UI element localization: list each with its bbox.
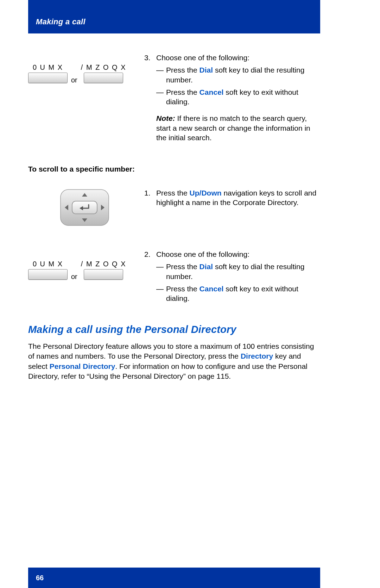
softkey-right-button-icon: [84, 73, 123, 83]
step-1-text: 1. Press the Up/Down navigation keys to …: [144, 188, 320, 229]
step-lead: Choose one of the following:: [156, 249, 317, 259]
sub-item: Press the Cancel soft key to exit withou…: [166, 284, 317, 303]
cancel-term: Cancel: [200, 88, 224, 96]
dial-term: Dial: [200, 262, 213, 271]
softkey-left-button-icon: [28, 73, 68, 83]
page: Making a call 0 U M X or / M Z O Q X: [0, 0, 380, 588]
sub-item: Press the Dial soft key to dial the resu…: [166, 65, 317, 85]
softkey-or: or: [70, 75, 79, 85]
step-number: 3.: [144, 53, 156, 142]
content-area: 0 U M X or / M Z O Q X 3. Choose one of …: [28, 44, 320, 382]
sub-item: Press the Cancel soft key to exit withou…: [166, 87, 317, 107]
directory-term: Directory: [241, 352, 273, 360]
softkey-left: 0 U M X: [28, 259, 68, 282]
header-bar: Making a call: [28, 0, 320, 33]
footer-bar: 66: [28, 568, 320, 588]
softkey-right-label: / M Z O Q X: [81, 63, 126, 72]
text: Press the: [166, 285, 200, 293]
text: Press the: [166, 66, 200, 74]
step-number: 2.: [144, 249, 156, 303]
svg-rect-1: [72, 201, 97, 214]
note-body: If there is no match to the search query…: [156, 114, 310, 142]
page-number: 66: [36, 573, 44, 582]
softkeys-illustration: 0 U M X or / M Z O Q X: [28, 249, 144, 307]
personal-directory-term: Personal Directory: [50, 362, 115, 370]
dash: —: [156, 284, 166, 303]
up-term: Up: [190, 189, 200, 197]
navpad-icon: [59, 188, 110, 229]
softkey-left-label: 0 U M X: [28, 259, 68, 268]
softkey-left-button-icon: [28, 269, 68, 280]
page-header-title: Making a call: [36, 17, 86, 27]
step-3-row: 0 U M X or / M Z O Q X 3. Choose one of …: [28, 53, 320, 147]
dial-term: Dial: [200, 66, 213, 74]
step-2-row: 0 U M X or / M Z O Q X 2. Choose one of …: [28, 249, 320, 307]
text: Press the: [166, 88, 200, 96]
softkey-right: / M Z O Q X: [81, 63, 126, 85]
softkey-right-button-icon: [84, 269, 123, 280]
softkey-right: / M Z O Q X: [81, 259, 126, 282]
heading-personal-directory: Making a call using the Personal Directo…: [28, 323, 320, 336]
dash: —: [156, 87, 166, 107]
softkey-left-label: 0 U M X: [28, 63, 68, 72]
cancel-term: Cancel: [200, 285, 224, 293]
softkey-left: 0 U M X: [28, 63, 68, 85]
text: Press the: [156, 189, 190, 197]
step-3-text: 3. Choose one of the following: — Press …: [144, 53, 320, 147]
note: Note: If there is no match to the search…: [156, 113, 317, 142]
softkey-or: or: [70, 272, 79, 282]
step-1-row: 1. Press the Up/Down navigation keys to …: [28, 188, 320, 229]
dash: —: [156, 262, 166, 281]
dash: —: [156, 65, 166, 85]
down-term: Down: [201, 189, 221, 197]
step-lead: Choose one of the following:: [156, 53, 317, 62]
text: Press the: [166, 262, 200, 271]
sub-item: Press the Dial soft key to dial the resu…: [166, 262, 317, 281]
softkey-right-label: / M Z O Q X: [81, 259, 126, 268]
paragraph-personal-directory: The Personal Directory feature allows yo…: [28, 341, 320, 381]
step-2-text: 2. Choose one of the following: — Press …: [144, 249, 320, 307]
step-body: Press the Up/Down navigation keys to scr…: [156, 188, 317, 208]
softkeys-illustration: 0 U M X or / M Z O Q X: [28, 53, 144, 147]
step-number: 1.: [144, 188, 156, 208]
section-label: To scroll to a specific number:: [28, 164, 320, 174]
note-lead: Note:: [156, 114, 175, 122]
navpad-illustration: [28, 188, 144, 229]
